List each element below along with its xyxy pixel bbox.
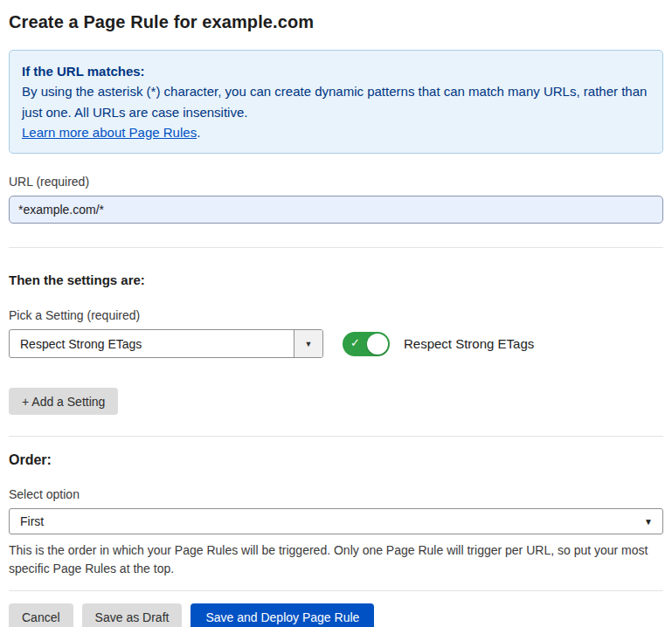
order-help-text: This is the order in which your Page Rul… — [9, 541, 655, 578]
info-box-heading: If the URL matches: — [22, 61, 650, 81]
url-input[interactable] — [9, 196, 663, 224]
section-divider — [9, 436, 663, 437]
url-label: URL (required) — [9, 175, 663, 189]
section-divider — [9, 247, 663, 248]
setting-select[interactable]: Respect Strong ETags ▼ — [9, 329, 323, 358]
settings-heading: Then the settings are: — [9, 272, 663, 287]
create-page-rule-panel: Create a Page Rule for example.com If th… — [0, 0, 672, 627]
setting-select-value: Respect Strong ETags — [10, 337, 152, 351]
setting-toggle[interactable]: ✓ — [343, 332, 390, 356]
chevron-down-icon[interactable]: ▼ — [294, 330, 322, 357]
info-box-body: By using the asterisk (*) character, you… — [22, 81, 650, 122]
save-deploy-button[interactable]: Save and Deploy Page Rule — [191, 603, 374, 627]
order-select[interactable]: First ▼ — [9, 508, 663, 534]
section-divider — [9, 590, 663, 591]
order-select-value: First — [10, 514, 54, 528]
order-heading: Order: — [9, 452, 663, 468]
form-actions: Cancel Save as Draft Save and Deploy Pag… — [9, 603, 663, 627]
link-period: . — [197, 125, 200, 140]
setting-toggle-label: Respect Strong ETags — [404, 336, 534, 351]
setting-row: Respect Strong ETags ▼ ✓ Respect Strong … — [9, 329, 663, 358]
page-title: Create a Page Rule for example.com — [9, 12, 663, 32]
chevron-down-icon: ▼ — [634, 509, 662, 534]
cancel-button[interactable]: Cancel — [9, 603, 73, 627]
order-select-label: Select option — [9, 487, 663, 501]
setting-toggle-wrap: ✓ Respect Strong ETags — [343, 332, 534, 356]
save-draft-button[interactable]: Save as Draft — [82, 603, 183, 627]
check-icon: ✓ — [350, 336, 360, 351]
url-match-info-box: If the URL matches: By using the asteris… — [9, 50, 663, 154]
chevron-glyph: ▼ — [644, 517, 653, 527]
chevron-glyph: ▼ — [305, 340, 313, 348]
toggle-knob — [367, 334, 388, 355]
pick-setting-label: Pick a Setting (required) — [9, 308, 663, 322]
learn-more-link[interactable]: Learn more about Page Rules — [22, 125, 197, 140]
add-setting-button[interactable]: + Add a Setting — [9, 388, 118, 415]
info-box-link-line: Learn more about Page Rules. — [22, 122, 650, 142]
